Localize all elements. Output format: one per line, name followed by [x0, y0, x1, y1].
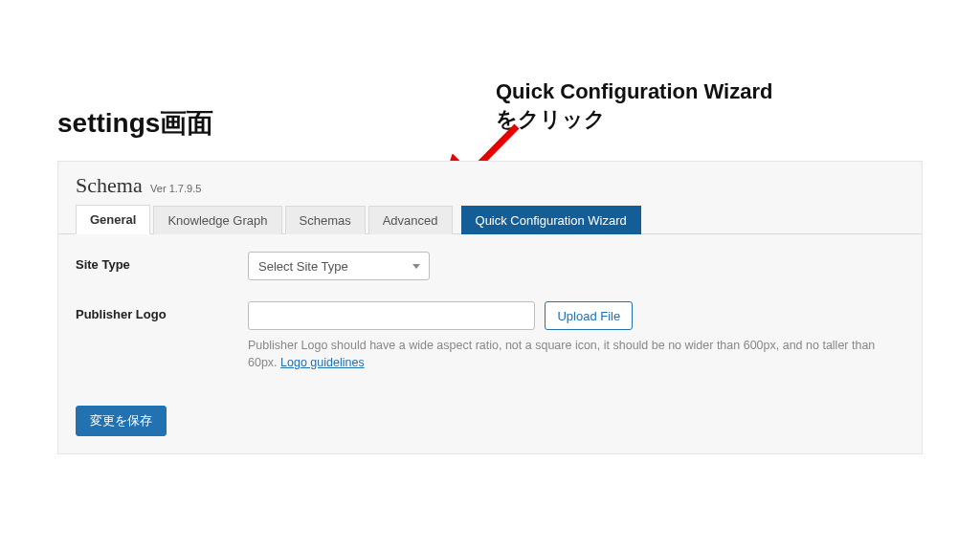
tab-advanced[interactable]: Advanced — [368, 206, 453, 234]
panel-title: Schema — [76, 173, 143, 198]
save-button[interactable]: 変更を保存 — [76, 406, 167, 436]
panel-version: Ver 1.7.9.5 — [150, 183, 201, 194]
callout-line-2: をクリック — [496, 107, 606, 131]
tab-general[interactable]: General — [76, 205, 150, 234]
settings-panel: Schema Ver 1.7.9.5 General Knowledge Gra… — [57, 161, 923, 454]
publisher-logo-input[interactable] — [248, 301, 535, 330]
label-site-type: Site Type — [76, 252, 248, 272]
tab-schemas[interactable]: Schemas — [285, 206, 366, 234]
publisher-logo-hint: Publisher Logo should have a wide aspect… — [248, 338, 904, 371]
form-area: Site Type Select Site Type Publisher Log… — [58, 234, 922, 371]
tabs-bar: General Knowledge Graph Schemas Advanced… — [58, 204, 922, 234]
panel-header: Schema Ver 1.7.9.5 — [58, 162, 922, 198]
site-type-select[interactable]: Select Site Type — [248, 252, 430, 280]
tab-knowledge-graph[interactable]: Knowledge Graph — [153, 206, 281, 234]
row-site-type: Site Type Select Site Type — [76, 252, 904, 280]
upload-file-button[interactable]: Upload File — [545, 301, 633, 330]
annotation-callout: Quick Configuration Wizard をクリック — [496, 78, 772, 133]
callout-line-1: Quick Configuration Wizard — [496, 79, 772, 103]
site-type-select-wrap: Select Site Type — [248, 252, 430, 280]
logo-guidelines-link[interactable]: Logo guidelines — [280, 356, 365, 369]
row-publisher-logo: Publisher Logo Upload File Publisher Log… — [76, 301, 904, 371]
annotation-title: settings画面 — [57, 105, 213, 142]
tab-quick-configuration-wizard[interactable]: Quick Configuration Wizard — [461, 206, 641, 234]
label-publisher-logo: Publisher Logo — [76, 301, 248, 321]
